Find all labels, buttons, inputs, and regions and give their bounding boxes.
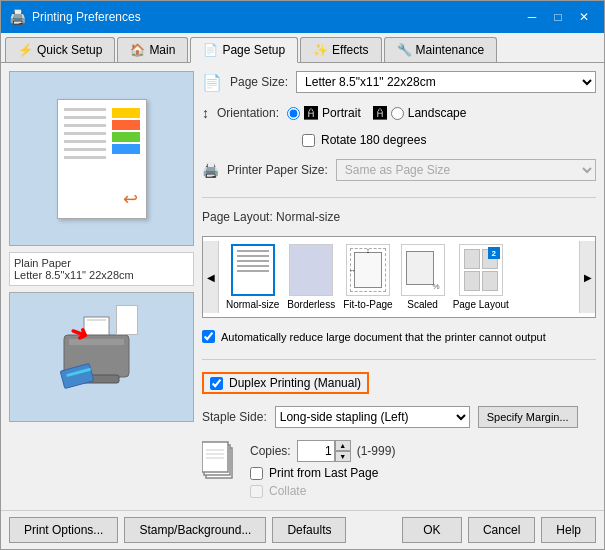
right-panel: 📄 Page Size: Letter 8.5"x11" 22x28cm ↕ O… — [202, 71, 596, 502]
printer-preview-area: ➜ — [9, 292, 194, 422]
defaults-button[interactable]: Defaults — [272, 517, 346, 543]
green-bar — [112, 132, 140, 142]
page-size-row: 📄 Page Size: Letter 8.5"x11" 22x28cm — [202, 71, 596, 93]
window-title: Printing Preferences — [32, 10, 141, 24]
main-icon: 🏠 — [130, 43, 145, 57]
layout-items-container: Normal-size Borderless ↕ — [219, 237, 579, 317]
page-size-select[interactable]: Letter 8.5"x11" 22x28cm — [296, 71, 596, 93]
copies-up-button[interactable]: ▲ — [335, 440, 351, 451]
svg-rect-1 — [87, 319, 106, 321]
tab-maintenance[interactable]: 🔧 Maintenance — [384, 37, 498, 62]
blue-bar — [112, 144, 140, 154]
grid-cell3 — [464, 271, 480, 291]
text-lines — [64, 108, 106, 164]
landscape-radio[interactable] — [391, 107, 404, 120]
line1 — [64, 108, 106, 111]
copies-spinner-buttons: ▲ ▼ — [335, 440, 351, 462]
staple-side-label: Staple Side: — [202, 410, 267, 424]
specify-margin-button[interactable]: Specify Margin... — [478, 406, 578, 428]
tab-main[interactable]: 🏠 Main — [117, 37, 188, 62]
landscape-label: Landscape — [408, 106, 467, 120]
divider2 — [202, 359, 596, 360]
tab-effects[interactable]: ✨ Effects — [300, 37, 381, 62]
orientation-label: Orientation: — [217, 106, 279, 120]
window-icon: 🖨️ — [9, 9, 26, 25]
portrait-radio[interactable] — [287, 107, 300, 120]
printer-icon-small: 🖨️ — [202, 162, 219, 178]
copies-input[interactable] — [297, 440, 335, 462]
effects-icon: ✨ — [313, 43, 328, 57]
tab-quick-setup[interactable]: ⚡ Quick Setup — [5, 37, 115, 62]
rotate-row: Rotate 180 degrees — [302, 133, 596, 147]
divider1 — [202, 197, 596, 198]
scroll-right-button[interactable]: ▶ — [579, 241, 595, 313]
line4 — [64, 132, 106, 135]
page-size-icon: 📄 — [202, 73, 222, 92]
bottom-right-buttons: OK Cancel Help — [402, 517, 596, 543]
layout-item-normal-size[interactable]: Normal-size — [223, 241, 282, 313]
print-last-label: Print from Last Page — [269, 466, 378, 480]
tab-bar: ⚡ Quick Setup 🏠 Main 📄 Page Setup ✨ Effe… — [1, 33, 604, 63]
tab-quick-setup-label: Quick Setup — [37, 43, 102, 57]
print-options-button[interactable]: Print Options... — [9, 517, 118, 543]
tab-main-label: Main — [149, 43, 175, 57]
content-area: ↩ Plain Paper Letter 8.5"x11" 22x28cm ➜ — [1, 63, 604, 510]
page-count-badge: 2 — [488, 247, 500, 259]
layout-item-page-layout[interactable]: 2 Page Layout — [450, 241, 512, 313]
copies-down-button[interactable]: ▼ — [335, 451, 351, 462]
bottom-left-buttons: Print Options... Stamp/Background... Def… — [9, 517, 346, 543]
paper-in-tray — [116, 305, 138, 335]
maintenance-icon: 🔧 — [397, 43, 412, 57]
copies-spinner: ▲ ▼ — [297, 440, 351, 462]
ok-button[interactable]: OK — [402, 517, 462, 543]
thumb-lines — [237, 250, 269, 275]
scaled-label: Scaled — [407, 299, 438, 310]
line3 — [64, 124, 106, 127]
layout-item-borderless[interactable]: Borderless — [284, 241, 338, 313]
layout-item-fit-to-page[interactable]: ↕ ↔ Fit-to-Page — [340, 241, 395, 313]
scaled-percent: % — [433, 282, 440, 291]
landscape-option[interactable]: 🅰 Landscape — [373, 105, 467, 121]
tab-page-setup[interactable]: 📄 Page Setup — [190, 37, 298, 63]
title-bar-left: 🖨️ Printing Preferences — [9, 9, 141, 25]
minimize-button[interactable]: ─ — [520, 7, 544, 27]
cancel-button[interactable]: Cancel — [468, 517, 535, 543]
maximize-button[interactable]: □ — [546, 7, 570, 27]
line5 — [64, 140, 106, 143]
page-layout-label2: Page Layout — [453, 299, 509, 310]
main-window: 🖨️ Printing Preferences ─ □ ✕ ⚡ Quick Se… — [0, 0, 605, 550]
duplex-checkbox[interactable] — [210, 377, 223, 390]
collate-row: Collate — [250, 484, 395, 498]
layout-item-scaled[interactable]: % Scaled — [398, 241, 448, 313]
paper-type: Plain Paper — [14, 257, 189, 269]
copies-fields: Copies: ▲ ▼ (1-999) Print from Last Pa — [250, 440, 395, 498]
auto-reduce-checkbox[interactable] — [202, 330, 215, 343]
portrait-option[interactable]: 🅰 Portrait — [287, 105, 361, 121]
paper-preview-area: ↩ — [9, 71, 194, 246]
print-last-checkbox[interactable] — [250, 467, 263, 480]
quick-setup-icon: ⚡ — [18, 43, 33, 57]
paper-dimensions: Letter 8.5"x11" 22x28cm — [14, 269, 189, 281]
copies-icon — [202, 440, 238, 482]
scaled-thumb: % — [401, 244, 445, 296]
layout-scroll-container: ◀ Normal-size — [202, 236, 596, 318]
page-layout-row: Page Layout: Normal-size — [202, 210, 596, 224]
line6 — [64, 148, 106, 151]
page-setup-icon: 📄 — [203, 43, 218, 57]
stamp-background-button[interactable]: Stamp/Background... — [124, 517, 266, 543]
borderless-thumb — [289, 244, 333, 296]
help-button[interactable]: Help — [541, 517, 596, 543]
copies-label: Copies: — [250, 444, 291, 458]
left-panel: ↩ Plain Paper Letter 8.5"x11" 22x28cm ➜ — [9, 71, 194, 502]
auto-reduce-label: Automatically reduce large document that… — [221, 331, 546, 343]
rotate-checkbox[interactable] — [302, 134, 315, 147]
normal-size-thumb — [231, 244, 275, 296]
scroll-left-button[interactable]: ◀ — [203, 241, 219, 313]
tab-page-setup-label: Page Setup — [222, 43, 285, 57]
duplex-row: Duplex Printing (Manual) — [202, 372, 596, 394]
staple-side-select[interactable]: Long-side stapling (Left) — [275, 406, 470, 428]
copies-range: (1-999) — [357, 444, 396, 458]
paper-info: Plain Paper Letter 8.5"x11" 22x28cm — [9, 252, 194, 286]
title-bar-buttons: ─ □ ✕ — [520, 7, 596, 27]
close-button[interactable]: ✕ — [572, 7, 596, 27]
